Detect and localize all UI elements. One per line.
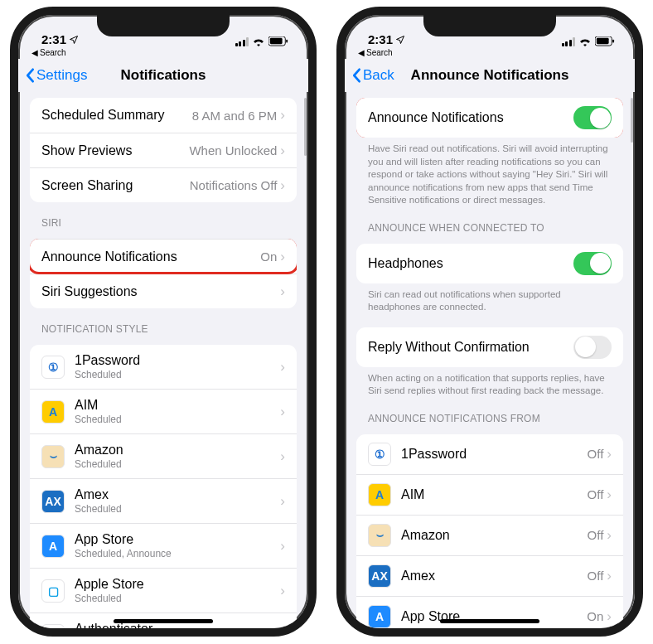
app-icon: A xyxy=(368,605,391,628)
app-row-aim[interactable]: A AIM Scheduled › xyxy=(30,389,297,433)
content-area: Announce Notifications Have Siri read ou… xyxy=(345,93,635,628)
group-general: Scheduled Summary 8 AM and 6 PM› Show Pr… xyxy=(30,98,297,202)
chevron-right-icon: › xyxy=(280,448,285,465)
chevron-right-icon: › xyxy=(607,608,612,625)
app-icon: ① xyxy=(41,356,65,379)
app-detail: Off xyxy=(588,569,604,583)
app-row-1password[interactable]: ① 1Password Off› xyxy=(356,434,623,474)
wifi-icon xyxy=(252,36,265,46)
app-name: AIM xyxy=(401,487,588,502)
app-row-app store[interactable]: A App Store On› xyxy=(356,596,623,628)
battery-icon xyxy=(595,36,615,46)
app-sub: Scheduled xyxy=(75,369,280,380)
chevron-right-icon: › xyxy=(280,538,285,554)
app-icon: A xyxy=(41,535,65,558)
nav-bar: Back Announce Notifications xyxy=(345,59,635,92)
app-detail: Off xyxy=(588,487,604,501)
row-announce-notifications[interactable]: Announce Notifications xyxy=(356,98,623,138)
app-icon: ⌣ xyxy=(41,445,65,468)
svg-rect-2 xyxy=(286,40,288,43)
headphones-toggle[interactable] xyxy=(573,252,612,275)
announce-label: Announce Notifications xyxy=(368,110,573,125)
home-indicator[interactable] xyxy=(114,619,213,623)
cell-signal-icon xyxy=(235,37,249,46)
chevron-right-icon: › xyxy=(280,177,285,194)
row-scheduled summary[interactable]: Scheduled Summary 8 AM and 6 PM› xyxy=(30,98,297,133)
chevron-right-icon: › xyxy=(280,249,285,265)
breadcrumb-label: Search xyxy=(40,48,66,57)
app-row-1password[interactable]: ① 1Password Scheduled › xyxy=(30,345,297,389)
nav-bar: Settings Notifications xyxy=(18,59,308,92)
group-from-apps: ① 1Password Off› A AIM Off› ⌣ Amazon Off… xyxy=(356,434,623,628)
breadcrumb-chevron-icon: ◀ xyxy=(358,48,365,57)
chevron-right-icon: › xyxy=(607,487,612,503)
chevron-right-icon: › xyxy=(280,143,285,159)
app-sub: Scheduled, Announce xyxy=(75,548,280,559)
app-row-amex[interactable]: AX Amex Off› xyxy=(356,555,623,596)
chevron-right-icon: › xyxy=(280,404,285,420)
row-detail: 8 AM and 6 PM xyxy=(192,109,278,123)
status-time: 2:31 xyxy=(368,32,393,46)
row-show previews[interactable]: Show Previews When Unlocked› xyxy=(30,133,297,167)
headphones-footer: Siri can read out notifications when sup… xyxy=(345,283,635,314)
app-icon: ⌣ xyxy=(368,524,391,547)
breadcrumb-label: Search xyxy=(366,48,393,57)
chevron-right-icon: › xyxy=(280,627,285,629)
row-label: Siri Suggestions xyxy=(41,284,280,299)
app-icon: A xyxy=(41,400,65,424)
row-label: Scheduled Summary xyxy=(41,108,192,123)
app-row-app store[interactable]: A App Store Scheduled, Announce › xyxy=(30,523,297,568)
app-row-amazon[interactable]: ⌣ Amazon Scheduled › xyxy=(30,433,297,478)
row-reply-without-confirmation[interactable]: Reply Without Confirmation xyxy=(356,327,623,367)
row-label: Show Previews xyxy=(41,143,189,158)
section-header-connected: ANNOUNCE WHEN CONNECTED TO xyxy=(345,207,635,239)
wifi-icon xyxy=(578,36,592,46)
group-reply: Reply Without Confirmation xyxy=(356,327,623,367)
app-icon: ① xyxy=(368,443,391,466)
announce-toggle[interactable] xyxy=(573,106,612,129)
battery-icon xyxy=(268,36,288,46)
app-icon: ▢ xyxy=(41,579,65,603)
row-screen sharing[interactable]: Screen Sharing Notifications Off› xyxy=(30,167,297,202)
status-time: 2:31 xyxy=(41,32,66,46)
app-name: Amazon xyxy=(75,443,280,458)
reply-toggle[interactable] xyxy=(573,336,612,359)
chevron-right-icon: › xyxy=(280,493,285,510)
row-announce notifications[interactable]: Announce Notifications On› xyxy=(30,239,297,274)
svg-rect-1 xyxy=(270,38,283,44)
content-area: Scheduled Summary 8 AM and 6 PM› Show Pr… xyxy=(18,93,308,628)
svg-rect-5 xyxy=(612,40,614,43)
announce-footer: Have Siri read out notifications. Siri w… xyxy=(345,138,635,207)
group-apps: ① 1Password Scheduled › A AIM Scheduled … xyxy=(30,345,297,628)
app-icon: AX xyxy=(41,490,65,513)
svg-rect-4 xyxy=(597,38,609,44)
home-indicator[interactable] xyxy=(440,619,539,623)
breadcrumb[interactable]: ◀ Search xyxy=(18,48,308,59)
app-sub: Scheduled xyxy=(75,414,280,425)
breadcrumb[interactable]: ◀ Search xyxy=(345,48,635,59)
chevron-right-icon: › xyxy=(607,568,612,584)
app-icon: A xyxy=(368,483,391,506)
group-siri: Announce Notifications On› Siri Suggesti… xyxy=(30,239,297,308)
chevron-right-icon: › xyxy=(280,583,285,599)
nav-title: Notifications xyxy=(18,67,308,84)
row-label: Announce Notifications xyxy=(41,249,260,264)
app-row-amazon[interactable]: ⌣ Amazon Off› xyxy=(356,515,623,555)
app-sub: Scheduled xyxy=(75,458,280,470)
app-row-amex[interactable]: AX Amex Scheduled › xyxy=(30,478,297,523)
row-detail: When Unlocked xyxy=(189,143,277,157)
reply-label: Reply Without Confirmation xyxy=(368,340,573,355)
nav-title: Announce Notifications xyxy=(345,67,635,84)
chevron-right-icon: › xyxy=(280,107,285,123)
app-icon: AX xyxy=(368,564,391,588)
row-siri suggestions[interactable]: Siri Suggestions › xyxy=(30,274,297,308)
row-headphones[interactable]: Headphones xyxy=(356,244,623,283)
phone-left: 2:31 ◀ Search Settings Notifications Sch… xyxy=(10,7,317,637)
chevron-right-icon: › xyxy=(280,283,285,300)
row-label: Screen Sharing xyxy=(41,178,190,193)
notch xyxy=(97,15,230,36)
chevron-right-icon: › xyxy=(607,446,612,462)
app-row-apple store[interactable]: ▢ Apple Store Scheduled › xyxy=(30,568,297,613)
app-row-aim[interactable]: A AIM Off› xyxy=(356,474,623,515)
app-name: 1Password xyxy=(401,447,588,462)
